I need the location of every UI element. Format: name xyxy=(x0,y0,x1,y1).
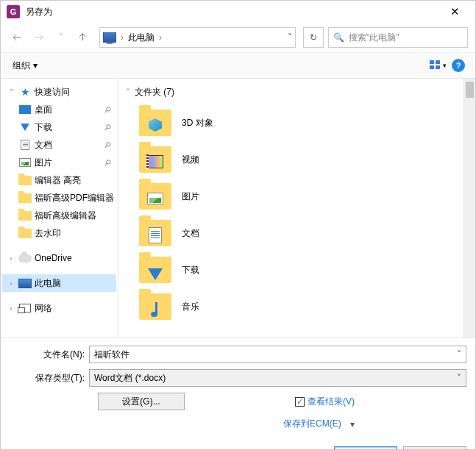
toolbar: 组织 ▾ ▾ ? xyxy=(1,52,475,79)
chevron-down-icon[interactable]: ˅ xyxy=(457,349,461,360)
file-item[interactable]: 图片 xyxy=(139,178,468,215)
settings-button[interactable]: 设置(G)... xyxy=(98,393,185,410)
nav-row: 🡠 🡢 ˅ 🡡 › 此电脑 › ˅ ↻ 🔍 搜索"此电脑" xyxy=(1,23,475,52)
tree-this-pc[interactable]: › 此电脑 xyxy=(2,274,116,292)
filetype-select[interactable]: Word文档 (*.docx) ˅ xyxy=(89,369,466,387)
search-placeholder: 搜索"此电脑" xyxy=(349,32,399,44)
forward-button[interactable]: 🡢 xyxy=(30,29,48,46)
document-icon xyxy=(21,140,29,150)
tree-label: 图片 xyxy=(35,157,52,169)
cloud-icon xyxy=(18,254,32,262)
tree-pictures[interactable]: 图片 ⚲ xyxy=(2,154,116,171)
file-name: 下载 xyxy=(182,264,199,276)
tree-remove-wm[interactable]: 去水印 xyxy=(2,224,116,242)
file-list: ˅ 文件夹 (7) 3D 对象视频图片文档下载音乐 xyxy=(118,79,475,338)
file-name: 音乐 xyxy=(182,301,199,313)
chevron-right-icon: › xyxy=(7,254,15,262)
tree-onedrive[interactable]: › OneDrive xyxy=(2,249,116,267)
save-button[interactable]: 保存(S) xyxy=(334,446,397,450)
scrollbar[interactable] xyxy=(463,79,475,338)
help-button[interactable]: ? xyxy=(449,56,468,75)
star-icon: ★ xyxy=(18,86,32,98)
tree-foxit-adv[interactable]: 福昕高级编辑器 xyxy=(2,207,116,224)
pin-icon: ⚲ xyxy=(102,157,113,168)
tree-label: OneDrive xyxy=(35,253,72,263)
tree-label: 快速访问 xyxy=(35,86,70,99)
address-dropdown[interactable]: ˅ xyxy=(288,32,292,43)
tree-label: 文档 xyxy=(35,139,52,151)
file-item[interactable]: 下载 xyxy=(139,251,468,288)
folder-icon xyxy=(18,176,32,185)
filename-input[interactable]: 福昕软件 ˅ xyxy=(89,346,466,363)
save-ecm-link[interactable]: 保存到ECM(E) xyxy=(283,418,341,430)
tree-foxit-pdf[interactable]: 福昕高级PDF编辑器 xyxy=(2,189,116,207)
organize-label: 组织 xyxy=(13,60,30,72)
file-name: 视频 xyxy=(182,154,199,166)
pin-icon: ⚲ xyxy=(102,122,113,133)
up-button[interactable]: 🡡 xyxy=(74,29,92,46)
back-button[interactable]: 🡠 xyxy=(8,29,26,46)
svg-rect-3 xyxy=(436,65,440,69)
chevron-down-icon[interactable]: ˅ xyxy=(457,373,461,383)
tree-label: 此电脑 xyxy=(35,277,61,290)
tree-downloads[interactable]: 下载 ⚲ xyxy=(2,118,116,136)
filetype-value: Word文档 (*.docx) xyxy=(94,372,457,385)
svg-rect-0 xyxy=(430,60,434,64)
group-label: 文件夹 (7) xyxy=(135,86,174,99)
tree-desktop[interactable]: 桌面 ⚲ xyxy=(2,101,116,118)
file-item[interactable]: 文档 xyxy=(139,215,468,251)
tree-label: 编辑器 高亮 xyxy=(35,174,81,187)
tree-editor-hl[interactable]: 编辑器 高亮 xyxy=(2,171,116,189)
tree-quick-access[interactable]: ˅ ★ 快速访问 xyxy=(2,83,116,101)
folder-icon xyxy=(139,257,171,283)
chevron-down-icon: ▾ xyxy=(33,60,38,71)
breadcrumb[interactable]: 此电脑 xyxy=(128,32,154,44)
save-form: 文件名(N): 福昕软件 ˅ 保存类型(T): Word文档 (*.docx) … xyxy=(1,338,475,436)
tree-network[interactable]: › 网络 xyxy=(2,299,116,317)
chevron-right-icon: › xyxy=(7,279,15,288)
file-item[interactable]: 视频 xyxy=(139,141,468,178)
file-item[interactable]: 3D 对象 xyxy=(139,104,468,141)
group-header[interactable]: ˅ 文件夹 (7) xyxy=(126,86,468,99)
view-mode-button[interactable]: ▾ xyxy=(428,56,447,75)
chevron-right-icon: › xyxy=(7,304,15,312)
organize-menu[interactable]: 组织 ▾ xyxy=(8,57,42,75)
search-icon: 🔍 xyxy=(333,32,344,43)
refresh-button[interactable]: ↻ xyxy=(303,27,324,48)
file-name: 3D 对象 xyxy=(182,117,213,129)
folder-icon xyxy=(139,293,171,320)
footer: ˄ 隐藏文件夹 保存(S) 取消 xyxy=(1,436,475,450)
filename-label: 文件名(N): xyxy=(10,349,89,361)
tree-label: 福昕高级编辑器 xyxy=(35,210,96,222)
tree-label: 下载 xyxy=(35,121,52,134)
settings-label: 设置(G)... xyxy=(122,396,160,408)
view-results-checkbox[interactable]: ✓ 查看结果(V) xyxy=(295,396,355,408)
folder-icon xyxy=(18,229,32,238)
nav-tree: ˅ ★ 快速访问 桌面 ⚲ 下载 ⚲ 文档 ⚲ 图片 ⚲ 编辑器 高亮 xyxy=(1,79,118,338)
network-icon xyxy=(19,304,31,312)
tree-label: 桌面 xyxy=(35,104,52,116)
pc-icon xyxy=(18,279,32,288)
window-title: 另存为 xyxy=(26,6,440,18)
tree-label: 去水印 xyxy=(35,227,61,240)
app-icon: G xyxy=(7,5,20,18)
svg-rect-1 xyxy=(436,60,440,64)
download-icon xyxy=(21,124,29,131)
cancel-button[interactable]: 取消 xyxy=(403,446,466,450)
folder-icon xyxy=(139,146,171,173)
chevron-down-icon[interactable]: ▾ xyxy=(350,419,355,429)
chevron-down-icon: ˅ xyxy=(126,88,130,98)
search-input[interactable]: 🔍 搜索"此电脑" xyxy=(328,27,468,48)
tree-label: 福昕高级PDF编辑器 xyxy=(35,192,114,204)
address-bar[interactable]: › 此电脑 › ˅ xyxy=(99,27,296,48)
checkbox-icon: ✓ xyxy=(295,397,305,407)
folder-icon xyxy=(18,211,32,221)
view-results-label: 查看结果(V) xyxy=(308,396,355,408)
file-item[interactable]: 音乐 xyxy=(139,288,468,325)
file-name: 文档 xyxy=(182,227,199,240)
tree-documents[interactable]: 文档 ⚲ xyxy=(2,136,116,154)
folder-icon xyxy=(139,110,171,136)
recent-dropdown[interactable]: ˅ xyxy=(52,29,70,46)
chevron-down-icon: ˅ xyxy=(7,88,15,96)
close-button[interactable]: ✕ xyxy=(440,5,469,18)
